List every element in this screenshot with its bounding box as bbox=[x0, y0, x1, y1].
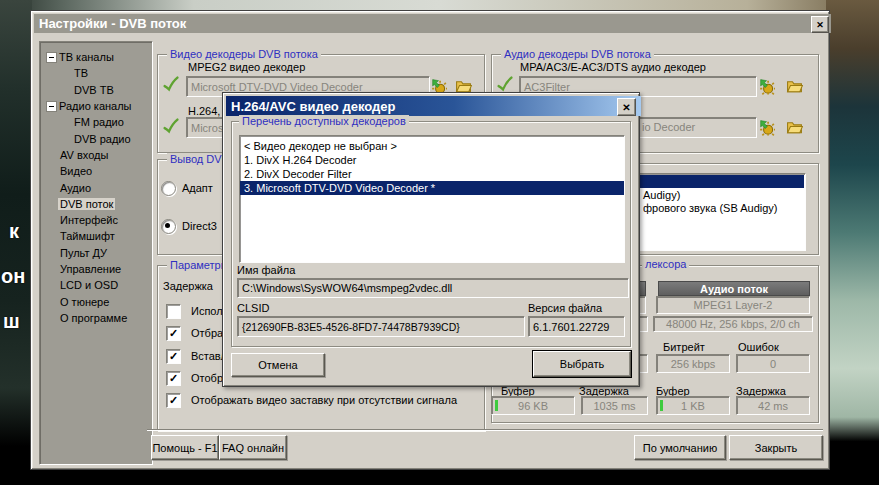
audio-decoder-label: MPA/AC3/E-AC3/DTS аудио декодер bbox=[520, 61, 706, 73]
decoder-option-2[interactable]: 2. DivX Decoder Filter bbox=[240, 167, 624, 181]
checkbox-4-label: Отобр bbox=[191, 372, 223, 384]
file-name-field[interactable]: C:\Windows\SysWOW64\msmpeg2vdec.dll bbox=[237, 278, 629, 298]
demultiplexer-group-title: лексора bbox=[642, 258, 689, 270]
audio-decoders-group-title: Аудио декодеры DVB потока bbox=[501, 48, 654, 60]
checkbox-splash[interactable] bbox=[166, 393, 181, 408]
checkbox-4[interactable] bbox=[166, 371, 181, 386]
collapse-icon[interactable] bbox=[46, 101, 57, 112]
tree-item-dvb-stream[interactable]: DVB поток bbox=[40, 196, 152, 212]
video-background-bottom bbox=[0, 468, 879, 485]
defaults-button[interactable]: По умолчанию bbox=[634, 435, 726, 460]
decoder-list-group-title: Перечень доступных декодеров bbox=[239, 115, 409, 127]
h264-decoder-label: H.264, bbox=[188, 105, 220, 117]
decoder-option-1[interactable]: 1. DivX H.264 Decoder bbox=[240, 153, 624, 167]
close-icon: ✕ bbox=[622, 102, 630, 113]
window-titlebar[interactable]: Настройки - DVB поток bbox=[34, 14, 831, 33]
decoder-settings-icon[interactable] bbox=[758, 119, 775, 136]
audio-format-box: 48000 Hz, 256 kbps, 2/0 ch bbox=[653, 316, 813, 332]
radio-adaptive-label: Адапт bbox=[182, 182, 213, 194]
tree-item-timeshift[interactable]: Таймшифт bbox=[40, 228, 152, 244]
help-button[interactable]: Помощь - F1 bbox=[151, 435, 219, 460]
audio-bitrate-label: Битрейт bbox=[663, 341, 705, 353]
audio-errors-value: 0 bbox=[736, 354, 810, 373]
tree-item-tv[interactable]: ТВ bbox=[40, 65, 152, 81]
tree-item-video[interactable]: Видео bbox=[40, 163, 152, 179]
decoder-option-3-selected[interactable]: 3. Microsoft DTV-DVD Video Decoder * bbox=[240, 181, 624, 195]
check-icon bbox=[162, 118, 179, 135]
audio-delay-value: 42 ms bbox=[736, 396, 810, 415]
video-buffer-value: 96 KB bbox=[491, 396, 575, 415]
video-subtitle-fragment: к bbox=[9, 220, 19, 243]
video-delay-value: 1035 ms bbox=[581, 396, 648, 415]
window-close-button[interactable]: ✕ bbox=[811, 16, 829, 33]
checkbox-1[interactable] bbox=[166, 304, 181, 319]
audio-decoder2-value-fragment: io Decoder bbox=[642, 121, 695, 133]
dialog-close-button[interactable]: ✕ bbox=[617, 98, 636, 116]
video-subtitle-fragment: он bbox=[1, 265, 25, 288]
collapse-icon[interactable] bbox=[46, 52, 57, 63]
dialog-titlebar[interactable]: H.264/AVC видео декодер bbox=[226, 96, 641, 116]
folder-open-icon[interactable] bbox=[786, 119, 803, 136]
checkbox-2-label: Отбра bbox=[191, 327, 223, 339]
tree-item-interface[interactable]: Интерфейс bbox=[40, 212, 152, 228]
window-title: Настройки - DVB поток bbox=[39, 16, 186, 31]
select-button[interactable]: Выбрать bbox=[533, 351, 631, 377]
file-name-label: Имя файла bbox=[237, 264, 295, 276]
tree-item-radio-channels[interactable]: Радио каналы bbox=[40, 98, 152, 114]
tree-item-dvb-tv[interactable]: DVB ТВ bbox=[40, 82, 152, 98]
clsid-label: CLSID bbox=[237, 302, 269, 314]
dialog-title: H.264/AVC видео декодер bbox=[231, 99, 395, 114]
checkbox-2[interactable] bbox=[166, 326, 181, 341]
tree-item-dvb-radio[interactable]: DVB радио bbox=[40, 130, 152, 146]
audio-errors-label: Ошибок bbox=[738, 341, 779, 353]
tree-item-remote[interactable]: Пульт ДУ bbox=[40, 245, 152, 261]
tree-item-about-program[interactable]: О программе bbox=[40, 310, 152, 326]
folder-open-icon[interactable] bbox=[786, 78, 803, 95]
check-icon bbox=[496, 76, 513, 93]
mpeg2-decoder-label: MPEG2 видео декодер bbox=[188, 61, 305, 73]
tree-item-tv-channels[interactable]: ТВ каналы bbox=[40, 49, 152, 65]
tree-item-audio[interactable]: Аудио bbox=[40, 179, 152, 195]
audio-codec-box: MPEG1 Layer-2 bbox=[656, 296, 810, 314]
radio-adaptive[interactable] bbox=[161, 181, 176, 196]
decoder-dialog: H.264/AVC видео декодер ✕ Перечень досту… bbox=[222, 92, 640, 387]
decoder-option-none[interactable]: < Видео декодер не выбран > bbox=[240, 139, 624, 153]
footer-divider bbox=[147, 429, 823, 431]
video-decoders-group-title: Видео декодеры DVB потока bbox=[167, 48, 321, 60]
close-settings-button[interactable]: Закрыть bbox=[729, 435, 823, 460]
tree-item-fm-radio[interactable]: FM радио bbox=[40, 114, 152, 130]
cancel-button[interactable]: Отмена bbox=[231, 353, 325, 377]
audio-bitrate-value: 256 kbps bbox=[656, 354, 730, 373]
tree-item-av-inputs[interactable]: AV входы bbox=[40, 147, 152, 163]
screen: к он ш Настройки - DVB поток ✕ ТВ каналы… bbox=[0, 0, 879, 485]
checkbox-splash-label: Отображать видео заставку при отсутствии… bbox=[191, 394, 457, 406]
video-background-right bbox=[826, 0, 879, 485]
faq-button[interactable]: FAQ онлайн bbox=[219, 435, 287, 460]
audio-stream-header: Аудио поток bbox=[658, 281, 810, 296]
settings-tree: ТВ каналы ТВ DVB ТВ Радио каналы FM ради… bbox=[39, 41, 153, 465]
clsid-field[interactable]: {212690FB-83E5-4526-8FD7-74478B7939CD} bbox=[237, 316, 525, 337]
decoder-listbox[interactable]: < Видео декодер не выбран > 1. DivX H.26… bbox=[239, 135, 625, 263]
video-subtitle-fragment: ш bbox=[3, 310, 20, 333]
list-item-fragment: Audigy) bbox=[643, 189, 680, 201]
delay-label: Задержка bbox=[163, 280, 213, 292]
radio-direct3d[interactable] bbox=[161, 219, 176, 234]
tree-item-control[interactable]: Управление bbox=[40, 261, 152, 277]
tree-item-lcd-osd[interactable]: LCD и OSD bbox=[40, 277, 152, 293]
tree-item-about-tuner[interactable]: О тюнере bbox=[40, 293, 152, 309]
close-icon: ✕ bbox=[816, 20, 824, 30]
audio-buffer-value: 1 KB bbox=[656, 396, 730, 415]
file-version-field[interactable]: 6.1.7601.22729 bbox=[528, 316, 625, 337]
list-item-fragment: фрового звука (SB Audigy) bbox=[643, 202, 778, 214]
checkbox-3[interactable] bbox=[166, 349, 181, 364]
file-version-label: Версия файла bbox=[528, 302, 602, 314]
radio-direct3d-label: Direct3 bbox=[182, 220, 217, 232]
check-icon bbox=[162, 76, 179, 93]
decoder-settings-icon[interactable] bbox=[758, 78, 775, 95]
